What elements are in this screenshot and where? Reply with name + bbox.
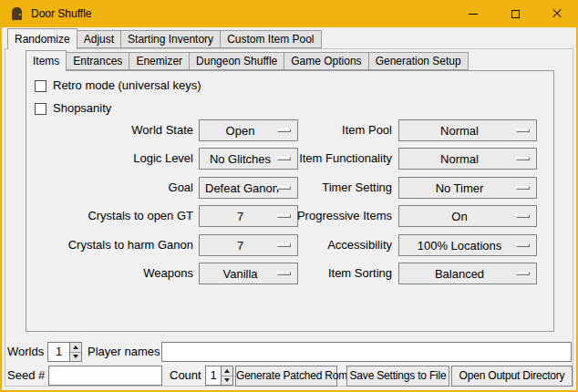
dropdown-indicator-icon [516, 214, 530, 218]
app-window: Door Shuffle Randomize Adjust Starting I… [0, 0, 578, 392]
tab-items-label: Items [33, 55, 59, 67]
seed-label: Seed # [7, 366, 45, 386]
count-spinner[interactable]: 1 [205, 366, 233, 386]
tab-generation-setup-label: Generation Setup [376, 55, 461, 67]
window-title: Door Shuffle [31, 7, 92, 20]
tab-generation-setup[interactable]: Generation Setup [368, 52, 469, 70]
tab-dungeon-shuffle-label: Dungeon Shuffle [196, 55, 277, 67]
tab-items[interactable]: Items [26, 50, 67, 71]
accessibility-label: Accessibility [255, 234, 392, 256]
titlebar[interactable]: Door Shuffle [0, 0, 578, 27]
tab-randomize[interactable]: Randomize [7, 28, 77, 49]
worlds-label: Worlds [7, 342, 44, 362]
count-spin-up-button[interactable] [222, 366, 232, 376]
progressive-items-dropdown[interactable]: On [398, 205, 537, 227]
tab-dungeon-shuffle[interactable]: Dungeon Shuffle [189, 52, 284, 70]
retro-mode-label: Retro mode (universal keys) [53, 75, 201, 97]
dropdown-indicator-icon [516, 186, 530, 190]
count-spin-down-button[interactable] [222, 376, 232, 386]
minimize-icon [469, 14, 478, 15]
tab-randomize-label: Randomize [15, 33, 70, 46]
count-value: 1 [206, 366, 221, 385]
tab-entrances-label: Entrances [73, 55, 122, 67]
generate-patched-rom-button[interactable]: Generate Patched Rom [235, 366, 337, 387]
item-sorting-dropdown[interactable]: Balanced [398, 263, 537, 284]
open-output-directory-button[interactable]: Open Output Directory [451, 366, 573, 387]
tab-custom-item-pool[interactable]: Custom Item Pool [220, 30, 321, 48]
tab-custom-item-pool-label: Custom Item Pool [227, 33, 314, 46]
count-spinner-arrows [221, 366, 232, 385]
tab-enemizer-label: Enemizer [136, 55, 182, 67]
player-names-input[interactable] [161, 342, 572, 362]
count-label: Count [170, 366, 201, 386]
shopsanity-label: Shopsanity [53, 98, 111, 119]
randomize-sub-tab-bar: Items Entrances Enemizer Dungeon Shuffle… [26, 50, 468, 70]
triangle-down-icon [73, 355, 78, 358]
timer-setting-dropdown[interactable]: No Timer [398, 177, 537, 199]
item-sorting-label: Item Sorting [255, 263, 392, 284]
worlds-spinner-arrows [69, 343, 81, 361]
tab-adjust[interactable]: Adjust [77, 30, 121, 48]
main-tab-bar: Randomize Adjust Starting Inventory Cust… [7, 28, 321, 48]
worlds-value: 1 [48, 343, 69, 361]
dropdown-indicator-icon [516, 272, 530, 275]
tab-game-options-label: Game Options [291, 55, 361, 67]
item-functionality-dropdown[interactable]: Normal [398, 148, 537, 170]
dropdown-indicator-icon [516, 243, 530, 247]
close-button[interactable] [536, 0, 578, 27]
tab-enemizer[interactable]: Enemizer [129, 52, 190, 70]
app-icon [10, 6, 25, 21]
triangle-up-icon [73, 346, 78, 349]
seed-input[interactable] [48, 366, 162, 386]
world-state-label: World State [27, 119, 193, 141]
maximize-button[interactable] [494, 0, 536, 27]
dropdown-indicator-icon [516, 129, 530, 132]
worlds-spinner[interactable]: 1 [47, 342, 82, 362]
goal-label: Goal [27, 177, 193, 199]
dropdown-indicator-icon [516, 157, 530, 160]
maximize-icon [511, 10, 520, 18]
item-pool-label: Item Pool [255, 119, 392, 141]
progressive-items-label: Progressive Items [255, 205, 392, 227]
close-icon [552, 8, 563, 19]
retro-mode-checkbox[interactable] [35, 80, 46, 92]
weapons-label: Weapons [27, 263, 193, 284]
item-pool-dropdown[interactable]: Normal [398, 119, 537, 141]
tab-starting-inventory[interactable]: Starting Inventory [120, 30, 221, 48]
tab-entrances[interactable]: Entrances [66, 52, 129, 70]
accessibility-dropdown[interactable]: 100% Locations [398, 234, 537, 256]
crystals-harm-ganon-label: Crystals to harm Ganon [27, 234, 193, 256]
crystals-open-gt-label: Crystals to open GT [27, 205, 193, 227]
tab-game-options[interactable]: Game Options [284, 52, 368, 70]
door-knob-icon [19, 14, 21, 15]
shopsanity-checkbox[interactable] [35, 103, 46, 115]
triangle-down-icon [224, 378, 230, 382]
minimize-button[interactable] [452, 0, 494, 27]
worlds-spin-down-button[interactable] [70, 352, 81, 362]
save-settings-button[interactable]: Save Settings to File [346, 366, 449, 387]
triangle-up-icon [224, 369, 230, 373]
worlds-spin-up-button[interactable] [70, 343, 81, 352]
logic-level-label: Logic Level [27, 148, 193, 170]
item-functionality-label: Item Functionality [255, 148, 392, 170]
player-names-label: Player names [88, 342, 160, 362]
tab-adjust-label: Adjust [84, 33, 114, 46]
timer-setting-label: Timer Setting [255, 177, 392, 199]
tab-starting-inventory-label: Starting Inventory [128, 33, 213, 46]
